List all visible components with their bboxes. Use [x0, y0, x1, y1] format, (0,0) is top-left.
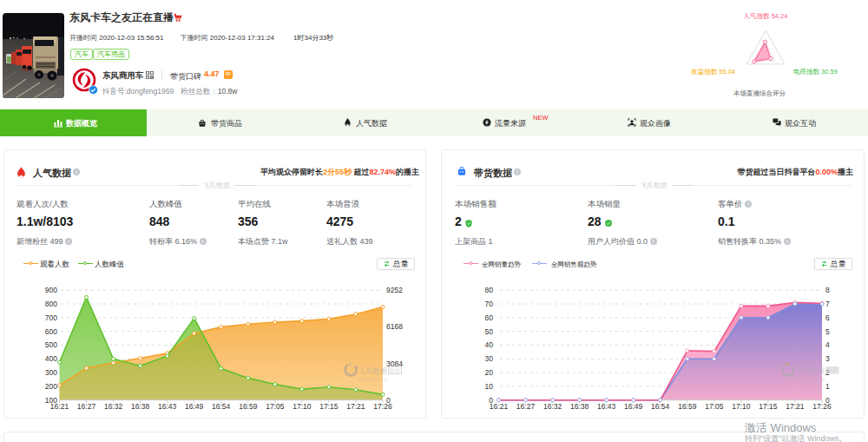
svg-text:16:54: 16:54 — [651, 402, 670, 411]
svg-text:16:38: 16:38 — [131, 402, 150, 411]
svg-text:16:43: 16:43 — [597, 402, 616, 411]
svg-text:20: 20 — [485, 368, 494, 377]
svg-text:16:27: 16:27 — [516, 402, 536, 411]
svg-text:900: 900 — [45, 286, 57, 294]
svg-text:400: 400 — [45, 354, 57, 363]
svg-text:17:21: 17:21 — [346, 402, 365, 411]
svg-text:6168: 6168 — [386, 322, 403, 331]
svg-text:700: 700 — [45, 313, 57, 322]
svg-text:7: 7 — [825, 300, 830, 308]
svg-text:800: 800 — [45, 300, 57, 308]
svg-text:16:21: 16:21 — [50, 402, 69, 411]
svg-text:10: 10 — [485, 382, 494, 391]
svg-text:17:26: 17:26 — [812, 402, 832, 411]
svg-text:30: 30 — [485, 354, 494, 363]
svg-text:飞瓜数据: 飞瓜数据 — [795, 366, 825, 375]
svg-text:70: 70 — [485, 300, 494, 308]
svg-text:17:15: 17:15 — [319, 402, 339, 411]
svg-text:16:59: 16:59 — [239, 402, 258, 411]
svg-text:数据: 数据 — [390, 368, 400, 374]
svg-text:F E I G U A . C N: F E I G U A . C N — [358, 378, 387, 382]
svg-text:300: 300 — [45, 368, 57, 377]
svg-text:16:49: 16:49 — [624, 402, 643, 411]
svg-text:17:10: 17:10 — [293, 402, 312, 411]
svg-text:17:26: 17:26 — [373, 402, 392, 411]
svg-text:16:21: 16:21 — [490, 402, 509, 411]
svg-text:16:59: 16:59 — [678, 402, 697, 411]
svg-text:F E I G U A . C N: F E I G U A . C N — [795, 378, 825, 382]
svg-text:8: 8 — [825, 286, 830, 294]
svg-text:17:05: 17:05 — [705, 402, 724, 411]
svg-text:16:38: 16:38 — [570, 402, 589, 411]
svg-text:3: 3 — [825, 354, 830, 363]
svg-text:40: 40 — [485, 340, 494, 349]
svg-text:17:05: 17:05 — [266, 402, 285, 411]
svg-text:6: 6 — [825, 313, 830, 322]
svg-text:17:21: 17:21 — [786, 402, 805, 411]
svg-text:16:43: 16:43 — [158, 402, 177, 411]
svg-text:16:32: 16:32 — [543, 402, 562, 411]
svg-text:5: 5 — [825, 327, 830, 336]
svg-text:600: 600 — [45, 327, 57, 336]
svg-text:16:32: 16:32 — [104, 402, 123, 411]
svg-text:4: 4 — [825, 340, 830, 349]
svg-text:16:54: 16:54 — [212, 402, 231, 411]
svg-text:50: 50 — [485, 327, 494, 336]
svg-text:16:27: 16:27 — [77, 402, 96, 411]
svg-text:60: 60 — [485, 313, 494, 322]
svg-text:500: 500 — [45, 340, 57, 349]
svg-text:80: 80 — [485, 286, 494, 294]
svg-text:200: 200 — [45, 382, 57, 391]
svg-text:16:49: 16:49 — [185, 402, 204, 411]
svg-text:飞瓜数据: 飞瓜数据 — [358, 366, 388, 375]
svg-text:17:15: 17:15 — [759, 402, 778, 411]
svg-text:1: 1 — [825, 382, 830, 391]
svg-text:17:10: 17:10 — [732, 402, 751, 411]
svg-text:9252: 9252 — [386, 286, 403, 294]
